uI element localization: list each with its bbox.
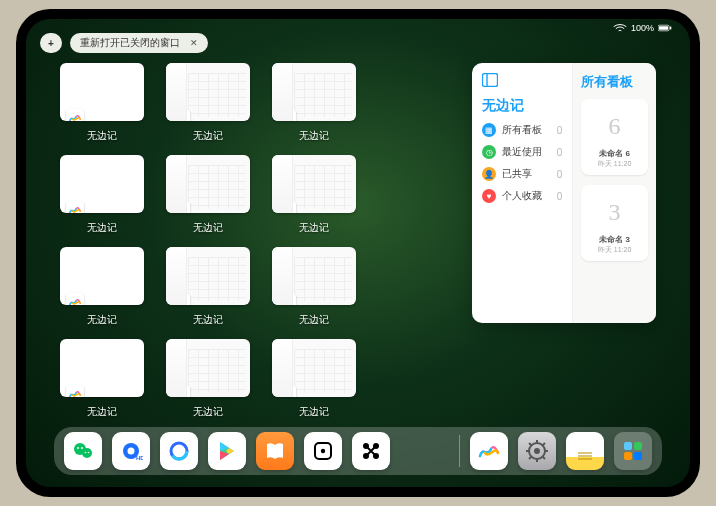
app-window[interactable]: 无边记 (272, 63, 356, 143)
window-label: 无边记 (299, 129, 329, 143)
dock-books-icon[interactable] (256, 432, 294, 470)
dock-separator (459, 435, 460, 467)
dock-wechat-icon[interactable] (64, 432, 102, 470)
panel-content: 所有看板 6未命名 6昨天 11:203未命名 3昨天 11:20 (573, 63, 656, 323)
dock-tencent-video-icon[interactable]: HD (112, 432, 150, 470)
freeform-icon (66, 109, 84, 121)
svg-rect-37 (624, 452, 632, 460)
window-grid: 无边记无边记无边记无边记无边记无边记无边记无边记无边记无边记无边记无边记 (60, 63, 462, 423)
battery-label: 100% (631, 23, 654, 33)
window-thumbnail (166, 63, 250, 121)
app-window[interactable]: 无边记 (166, 63, 250, 143)
svg-line-30 (529, 456, 532, 459)
board-card[interactable]: 3未命名 3昨天 11:20 (581, 185, 648, 261)
app-window[interactable]: 无边记 (272, 247, 356, 327)
window-thumbnail (166, 339, 250, 397)
board-card[interactable]: 6未命名 6昨天 11:20 (581, 99, 648, 175)
sidebar-item-label: 已共享 (502, 167, 532, 181)
reopen-tab-pill[interactable]: 重新打开已关闭的窗口 ✕ (70, 33, 208, 53)
svg-rect-35 (624, 442, 632, 450)
app-window[interactable]: 无边记 (166, 339, 250, 419)
status-bar: 100% (613, 23, 672, 33)
sidebar-item-label: 所有看板 (502, 123, 542, 137)
freeform-icon (278, 385, 296, 397)
svg-line-28 (529, 443, 532, 446)
dock-main-group: HD (64, 432, 390, 470)
svg-rect-1 (659, 26, 668, 30)
new-window-button[interactable]: + (40, 33, 62, 53)
dock-dice-icon[interactable] (304, 432, 342, 470)
window-label: 无边记 (87, 405, 117, 419)
dock-notes-icon[interactable] (566, 432, 604, 470)
window-thumbnail (166, 155, 250, 213)
svg-point-6 (82, 448, 92, 458)
app-window[interactable]: 无边记 (60, 247, 144, 327)
dock-quark-icon[interactable] (160, 432, 198, 470)
board-date: 昨天 11:20 (598, 245, 631, 255)
freeform-panel[interactable]: ••• 无边记 ▦所有看板0◷最近使用0👤已共享0♥个人收藏0 所有看板 6未命… (472, 63, 656, 323)
sidebar-item[interactable]: ▦所有看板0 (482, 123, 562, 137)
panel-content-title: 所有看板 (581, 73, 648, 91)
svg-point-8 (81, 447, 83, 449)
app-window[interactable]: 无边记 (166, 247, 250, 327)
svg-rect-2 (670, 27, 671, 30)
window-label: 无边记 (87, 221, 117, 235)
screen: 100% + 重新打开已关闭的窗口 ✕ 无边记无边记无边记无边记无边记无边记无边… (26, 19, 690, 487)
app-window[interactable]: 无边记 (60, 63, 144, 143)
ipad-device: 100% + 重新打开已关闭的窗口 ✕ 无边记无边记无边记无边记无边记无边记无边… (16, 9, 700, 497)
window-label: 无边记 (299, 313, 329, 327)
window-thumbnail (272, 247, 356, 305)
svg-point-9 (85, 452, 87, 454)
sidebar-item[interactable]: 👤已共享0 (482, 167, 562, 181)
window-thumbnail (272, 63, 356, 121)
sidebar-item-count: 0 (557, 125, 563, 136)
window-label: 无边记 (87, 129, 117, 143)
dock-recent-group (470, 432, 652, 470)
svg-point-23 (534, 448, 540, 454)
app-window[interactable]: 无边记 (272, 339, 356, 419)
sidebar-toggle-icon[interactable] (482, 73, 498, 87)
window-label: 无边记 (193, 129, 223, 143)
top-bar: + 重新打开已关闭的窗口 ✕ (40, 33, 208, 53)
freeform-icon (278, 109, 296, 121)
freeform-icon (278, 293, 296, 305)
freeform-icon (172, 109, 190, 121)
app-window[interactable]: 无边记 (60, 339, 144, 419)
sidebar-item[interactable]: ◷最近使用0 (482, 145, 562, 159)
app-window[interactable]: 无边记 (272, 155, 356, 235)
svg-rect-38 (634, 452, 642, 460)
svg-point-7 (77, 447, 79, 449)
dock: HD (54, 427, 662, 475)
window-label: 无边记 (299, 405, 329, 419)
svg-line-29 (542, 456, 545, 459)
dock-puzzle-icon[interactable] (352, 432, 390, 470)
dock-settings-icon[interactable] (518, 432, 556, 470)
window-label: 无边记 (193, 221, 223, 235)
svg-point-12 (128, 448, 135, 455)
panel-sidebar: 无边记 ▦所有看板0◷最近使用0👤已共享0♥个人收藏0 (472, 63, 573, 323)
sidebar-item-count: 0 (557, 147, 563, 158)
board-date: 昨天 11:20 (598, 159, 631, 169)
heart-icon: ♥ (482, 189, 496, 203)
sidebar-item-label: 最近使用 (502, 145, 542, 159)
app-window[interactable]: 无边记 (60, 155, 144, 235)
freeform-icon (278, 201, 296, 213)
sidebar-item-count: 0 (557, 191, 563, 202)
window-thumbnail (166, 247, 250, 305)
window-label: 无边记 (87, 313, 117, 327)
dock-freeform-icon[interactable] (470, 432, 508, 470)
clock-icon: ◷ (482, 145, 496, 159)
sidebar-item[interactable]: ♥个人收藏0 (482, 189, 562, 203)
window-label: 无边记 (193, 313, 223, 327)
window-thumbnail (60, 155, 144, 213)
dock-app-library-icon[interactable] (614, 432, 652, 470)
dock-playstore-icon[interactable] (208, 432, 246, 470)
svg-text:HD: HD (136, 455, 143, 461)
board-preview: 6 (609, 105, 621, 148)
board-preview: 3 (609, 191, 621, 234)
svg-line-31 (542, 443, 545, 446)
close-tab-icon[interactable]: ✕ (190, 38, 198, 48)
reopen-tab-label: 重新打开已关闭的窗口 (80, 36, 180, 50)
app-window[interactable]: 无边记 (166, 155, 250, 235)
sidebar-title: 无边记 (482, 97, 562, 115)
